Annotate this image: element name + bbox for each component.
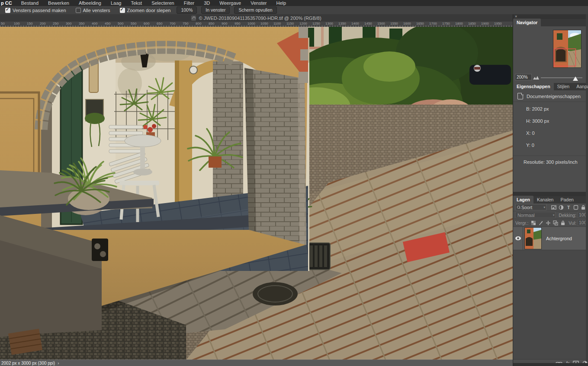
search-icon (517, 206, 520, 209)
checkbox-label: Alle vensters (83, 8, 110, 13)
options-bar: ✓ Vensters passend maken ✓ Alle vensters… (0, 6, 588, 15)
doc-y: Y: 0 (526, 143, 562, 148)
tab-stijlen[interactable]: Stijlen (554, 83, 573, 90)
menu-bestand[interactable]: Bestand (16, 0, 43, 6)
filter-smart-object-icon[interactable] (581, 205, 586, 210)
checkbox-icon: ✓ (120, 8, 125, 13)
document-tab[interactable]: © JWED-201809041135357090-HDR.tif @ 200%… (191, 16, 321, 21)
document-status-bar[interactable]: 2002 px x 3000 px (300 ppi) › (0, 360, 513, 366)
button-100-percent[interactable]: 100% (177, 6, 197, 14)
document-window: © JWED-201809041135357090-HDR.tif @ 200%… (0, 14, 513, 366)
navigator-panel: Navigator 200% (513, 19, 586, 83)
navigator-header: Navigator (513, 19, 586, 26)
photoshop-window: p CC Bestand Bewerken Afbeelding Laag Te… (0, 0, 588, 366)
eye-icon (515, 236, 521, 240)
document-title: © JWED-201809041135357090-HDR.tif @ 200%… (199, 16, 321, 21)
tab-eigenschappen[interactable]: Eigenschappen (513, 83, 554, 90)
menu-bar: p CC Bestand Bewerken Afbeelding Laag Te… (0, 0, 588, 6)
panel-bottom-strip (513, 363, 588, 366)
opacity-label: Dekking: (559, 213, 576, 218)
menu-afbeelding[interactable]: Afbeelding (74, 0, 106, 6)
tab-paden[interactable]: Paden (557, 196, 577, 204)
doc-height: H: 3000 px (526, 118, 562, 124)
menu-3d[interactable]: 3D (199, 0, 215, 6)
menu-tekst[interactable]: Tekst (126, 0, 147, 6)
lock-all-icon[interactable] (560, 220, 566, 226)
chevron-right-icon[interactable]: › (58, 360, 59, 366)
chevron-down-icon: ▾ (543, 206, 545, 209)
blend-mode-select[interactable]: Normaal ▾ (515, 212, 556, 218)
menu-selecteren[interactable]: Selecteren (147, 0, 179, 6)
chevron-down-icon: ▾ (553, 213, 555, 217)
menu-laag[interactable]: Laag (106, 0, 126, 6)
menu-venster[interactable]: Venster (246, 0, 271, 6)
lock-row: Vergr.: Vul: 100% (513, 219, 586, 227)
menu-weergave[interactable]: Weergave (215, 0, 246, 6)
layer-row-achtergrond[interactable]: Achtergrond (513, 227, 586, 250)
menu-bewerken[interactable]: Bewerken (43, 0, 74, 6)
svg-text:T: T (567, 205, 570, 210)
fill-field[interactable]: 100% (578, 220, 586, 226)
properties-section-title: Documenteigenschappen (527, 94, 581, 99)
lock-artboard-icon[interactable] (553, 220, 558, 226)
doc-x: X: 0 (526, 130, 562, 136)
checkbox-alle-vensters[interactable]: ✓ Alle vensters (76, 8, 110, 13)
button-scherm-opvullen[interactable]: Scherm opvullen (234, 6, 276, 14)
lock-pixels-brush-icon[interactable] (538, 220, 543, 226)
checkbox-icon: ✓ (5, 8, 10, 13)
panel-column: × Navigator 200% (513, 14, 588, 366)
app-title: p CC (0, 0, 16, 6)
slider-thumb[interactable] (573, 76, 578, 81)
checkbox-icon: ✓ (76, 8, 81, 13)
document-dimensions: 2002 px x 3000 px (300 ppi) (1, 361, 55, 366)
opacity-field[interactable]: 100% (578, 212, 586, 218)
navigator-thumbnail[interactable] (553, 30, 582, 68)
visibility-toggle[interactable] (513, 227, 523, 250)
checkbox-label: Zoomen door slepen (127, 8, 171, 13)
layer-list: Achtergrond (513, 227, 586, 359)
doc-resolution: Resolutie: 300 pixels/inch (524, 159, 578, 165)
document-tab-bar: © JWED-201809041135357090-HDR.tif @ 200%… (0, 14, 513, 22)
navigator-zoom-field[interactable]: 200% (515, 74, 532, 80)
menu-help[interactable]: Help (272, 0, 291, 6)
filter-label: Soort (521, 205, 532, 210)
layer-name: Achtergrond (546, 236, 572, 241)
layers-panel: Lagen Kanalen Paden Soort ▾ T (513, 196, 586, 366)
document-icon (191, 16, 196, 21)
tab-lagen[interactable]: Lagen (513, 196, 533, 204)
properties-header: Eigenschappen Stijlen Aanpassingen (513, 83, 586, 90)
close-icon[interactable]: × (515, 15, 517, 19)
layer-thumbnail[interactable] (524, 227, 542, 249)
filter-pixel-layers-icon[interactable] (551, 205, 556, 210)
lock-label: Vergr.: (515, 220, 528, 226)
blend-mode-row: Normaal ▾ Dekking: 100% (513, 211, 586, 219)
tab-aanpassingen[interactable]: Aanpassingen (573, 83, 588, 90)
filter-shape-icon[interactable] (573, 205, 578, 210)
properties-panel: Eigenschappen Stijlen Aanpassingen Docum… (513, 83, 586, 192)
tab-navigator[interactable]: Navigator (513, 19, 541, 26)
blend-mode-value: Normaal (517, 213, 535, 218)
canvas-image[interactable] (0, 27, 513, 360)
fill-label: Vul: (569, 220, 576, 226)
lock-transparency-icon[interactable] (531, 220, 536, 226)
filter-type-icon[interactable]: T (566, 205, 571, 210)
doc-width: B: 2002 px (526, 106, 562, 111)
lock-position-icon[interactable] (546, 220, 551, 226)
layer-filter-row: Soort ▾ T (513, 204, 586, 211)
filter-adjustment-icon[interactable] (559, 205, 564, 210)
layer-filter-select[interactable]: Soort ▾ (515, 204, 546, 210)
button-in-venster[interactable]: In venster (201, 6, 230, 14)
layers-header: Lagen Kanalen Paden (513, 196, 586, 204)
checkbox-vensters-passend-maken[interactable]: ✓ Vensters passend maken (5, 8, 66, 13)
checkbox-zoomen-door-slepen[interactable]: ✓ Zoomen door slepen (120, 8, 171, 13)
checkbox-label: Vensters passend maken (13, 8, 66, 13)
tab-kanalen[interactable]: Kanalen (533, 196, 557, 204)
menu-filter[interactable]: Filter (179, 0, 199, 6)
zoom-out-mountains-icon[interactable] (533, 76, 539, 80)
document-properties-icon (517, 93, 523, 99)
